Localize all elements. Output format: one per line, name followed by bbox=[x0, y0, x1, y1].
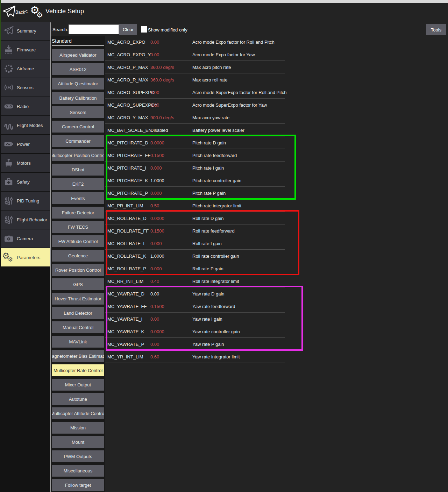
parameter-row-mc_rollrate_k[interactable]: MC_ROLLRATE_K1.0000Roll rate controller … bbox=[105, 250, 448, 262]
parameter-row-mc_acro_supexpo[interactable]: MC_ACRO_SUPEXPO0.00Acro mode SuperExpo f… bbox=[105, 86, 448, 99]
parameter-description: Yaw rate I gain bbox=[192, 316, 222, 322]
sidebar-item-camera[interactable]: Camera bbox=[1, 229, 50, 248]
parameter-value: 900.0 deg/s bbox=[150, 115, 192, 120]
sidebar-item-summary[interactable]: Summary bbox=[1, 22, 50, 40]
sidebar-item-flight-behavior[interactable]: Flight Behavior bbox=[1, 211, 50, 229]
tools-button[interactable]: Tools bbox=[426, 24, 446, 35]
parameter-row-mc_pitchrate_p[interactable]: MC_PITCHRATE_P0.000Pitch rate P gain bbox=[105, 187, 448, 199]
sidebar-item-safety[interactable]: Safety bbox=[1, 173, 50, 191]
sidebar-item-motors[interactable]: Motors bbox=[1, 154, 50, 172]
category-follow-target[interactable]: Follow target bbox=[52, 479, 104, 491]
category-fw-attitude-control[interactable]: FW Attitude Control bbox=[52, 235, 104, 247]
parameter-row-mc_bat_scale_en[interactable]: MC_BAT_SCALE_ENDisabledBattery power lev… bbox=[105, 124, 448, 136]
sidebar-item-pid-tuning[interactable]: PID Tuning bbox=[1, 192, 50, 210]
category-sensors[interactable]: Sensors bbox=[52, 106, 104, 118]
parameter-name: MC_ROLLRATE_D bbox=[105, 216, 150, 221]
sidebar-item-label: Flight Modes bbox=[17, 123, 43, 128]
parameter-row-mc_yawrate_d[interactable]: MC_YAWRATE_D0.00Yaw rate D gain bbox=[105, 287, 448, 300]
parameter-row-mc_acro_expo_y[interactable]: MC_ACRO_EXPO_Y0.00Acro mode Expo factor … bbox=[105, 48, 448, 61]
parameter-row-mc_rollrate_d[interactable]: MC_ROLLRATE_D0.0000Roll rate D gain bbox=[105, 212, 448, 224]
parameter-description: Roll rate integrator limit bbox=[192, 279, 239, 284]
category-manual-control[interactable]: Manual Control bbox=[52, 321, 104, 333]
category-mavlink[interactable]: MAVLink bbox=[52, 336, 104, 348]
parameter-row-mc_pitchrate_d[interactable]: MC_PITCHRATE_D0.0000Pitch rate D gain bbox=[105, 136, 448, 149]
parameter-row-mc_pitchrate_k[interactable]: MC_PITCHRATE_K1.0000Pitch rate controlle… bbox=[105, 174, 448, 187]
category-hover-thrust-estimator[interactable]: Hover Thrust Estimator bbox=[52, 293, 104, 305]
sensors-signal-icon bbox=[1, 80, 17, 95]
parameter-row-mc_acro_supexpoy[interactable]: MC_ACRO_SUPEXPOY0.00Acro mode SuperExpo … bbox=[105, 99, 448, 111]
back-button[interactable]: Back bbox=[15, 10, 25, 15]
category-land-detector[interactable]: Land Detector bbox=[52, 307, 104, 319]
parameter-value: 0.0000 bbox=[150, 140, 192, 145]
parameter-row-mc_yawrate_i[interactable]: MC_YAWRATE_I0.00Yaw rate I gain bbox=[105, 313, 448, 325]
row-divider bbox=[105, 363, 285, 363]
sidebar-item-label: Radio bbox=[17, 104, 29, 109]
category-fw-tecs[interactable]: FW TECS bbox=[52, 221, 104, 233]
parameter-value: 0.1500 bbox=[150, 153, 192, 158]
category-commander[interactable]: Commander bbox=[52, 135, 104, 147]
sidebar-item-firmware[interactable]: Firmware bbox=[1, 41, 50, 59]
sliders-icon bbox=[1, 193, 17, 208]
sidebar-item-parameters[interactable]: ⚙⚙Parameters bbox=[1, 248, 50, 266]
header-bar: Back < ⚙⚙ Vehicle Setup bbox=[0, 3, 448, 22]
category-magnetometer-bias-estimator[interactable]: Magnetometer Bias Estimator bbox=[52, 350, 104, 362]
category-geofence[interactable]: Geofence bbox=[52, 250, 104, 262]
parameter-value: 360.0 deg/s bbox=[150, 77, 192, 83]
category-battery-calibration[interactable]: Battery Calibration bbox=[52, 92, 104, 104]
category-gps[interactable]: GPS bbox=[52, 278, 104, 290]
clear-button[interactable]: Clear bbox=[119, 24, 137, 35]
parameter-row-mc_yawrate_k[interactable]: MC_YAWRATE_K0.0000Yaw rate controller ga… bbox=[105, 325, 448, 338]
parameter-row-mc_rr_int_lim[interactable]: MC_RR_INT_LIM0.40Roll rate integrator li… bbox=[105, 275, 448, 287]
category-asr012[interactable]: ASR012 bbox=[52, 63, 104, 75]
parameter-row-mc_rollrate_p[interactable]: MC_ROLLRATE_P0.000Roll rate P gain bbox=[105, 262, 448, 275]
category-pwm-outputs[interactable]: PWM Outputs bbox=[52, 450, 104, 462]
parameter-name: MC_ACRO_EXPO bbox=[105, 40, 150, 45]
search-input[interactable] bbox=[69, 24, 119, 34]
parameter-name: MC_PR_INT_LIM bbox=[105, 203, 150, 208]
parameter-row-mc_pitchrate_ff[interactable]: MC_PITCHRATE_FF0.1500Pitch rate feedforw… bbox=[105, 149, 448, 162]
parameter-row-mc_yawrate_p[interactable]: MC_YAWRATE_P0.00Yaw rate P gain bbox=[105, 338, 448, 350]
parameter-name: MC_ROLLRATE_P bbox=[105, 266, 150, 271]
category-dshot[interactable]: DShot bbox=[52, 164, 104, 176]
category-multicopter-attitude-control[interactable]: Multicopter Attitude Control bbox=[52, 407, 104, 419]
parameter-row-mc_yr_int_lim[interactable]: MC_YR_INT_LIM0.60Yaw rate integrator lim… bbox=[105, 350, 448, 363]
sidebar-item-radio[interactable]: Radio bbox=[1, 97, 50, 115]
sidebar-item-power[interactable]: Power bbox=[1, 135, 50, 153]
parameter-description: Yaw rate integrator limit bbox=[192, 354, 240, 359]
category-multicopter-position-control[interactable]: Multicopter Position Control bbox=[52, 149, 104, 161]
parameter-row-mc_rollrate_i[interactable]: MC_ROLLRATE_I0.000Roll rate I gain bbox=[105, 237, 448, 250]
category-mixer-output[interactable]: Mixer Output bbox=[52, 379, 104, 391]
category-camera-control[interactable]: Camera Control bbox=[52, 121, 104, 133]
parameter-row-mc_rollrate_ff[interactable]: MC_ROLLRATE_FF0.1500Roll rate feedforwar… bbox=[105, 224, 448, 237]
category-ekf2[interactable]: EKF2 bbox=[52, 178, 104, 190]
category-multicopter-rate-control[interactable]: Multicopter Rate Control bbox=[52, 364, 104, 376]
category-failure-detector[interactable]: Failure Detector bbox=[52, 207, 104, 219]
parameter-row-mc_acro_p_max[interactable]: MC_ACRO_P_MAX360.0 deg/sMax acro pitch r… bbox=[105, 61, 448, 73]
parameter-value: 1.0000 bbox=[150, 178, 192, 183]
show-modified-checkbox[interactable] bbox=[141, 26, 147, 33]
parameter-row-mc_pitchrate_i[interactable]: MC_PITCHRATE_I0.000Pitch rate I gain bbox=[105, 162, 448, 174]
category-autotune[interactable]: Autotune bbox=[52, 393, 104, 405]
parameter-row-mc_acro_r_max[interactable]: MC_ACRO_R_MAX360.0 deg/sMax acro roll ra… bbox=[105, 73, 448, 86]
radio-icon bbox=[1, 99, 17, 114]
parameter-row-mc_pr_int_lim[interactable]: MC_PR_INT_LIM0.50Pitch rate integrator l… bbox=[105, 199, 448, 212]
sidebar-item-airframe[interactable]: Airframe bbox=[1, 59, 50, 78]
category-miscellaneous[interactable]: Miscellaneous bbox=[52, 465, 104, 477]
category-rover-position-control[interactable]: Rover Position Control bbox=[52, 264, 104, 276]
category-mission[interactable]: Mission bbox=[52, 422, 104, 434]
sliders-icon bbox=[1, 212, 17, 227]
parameter-row-mc_acro_y_max[interactable]: MC_ACRO_Y_MAX900.0 deg/sMax acro yaw rat… bbox=[105, 111, 448, 124]
parameter-row-mc_yawrate_ff[interactable]: MC_YAWRATE_FF0.1500Yaw rate feedforward bbox=[105, 300, 448, 313]
sidebar-item-flight-modes[interactable]: Flight Modes bbox=[1, 116, 50, 134]
sidebar-item-label: PID Tuning bbox=[17, 198, 39, 204]
parameter-description: Acro mode Expo factor for Roll and Pitch bbox=[192, 40, 275, 45]
category-mount[interactable]: Mount bbox=[52, 436, 104, 448]
sidebar-item-sensors[interactable]: Sensors bbox=[1, 78, 50, 97]
category-events[interactable]: Events bbox=[52, 192, 104, 204]
parameter-row-mc_acro_expo[interactable]: MC_ACRO_EXPO0.00Acro mode Expo factor fo… bbox=[105, 36, 448, 48]
parameter-value: 0.60 bbox=[150, 354, 192, 359]
category-airspeed-validator[interactable]: Airspeed Validator bbox=[52, 49, 104, 61]
parameter-description: Max acro yaw rate bbox=[192, 115, 229, 120]
category-scrollbar[interactable] bbox=[50, 22, 51, 492]
category-attitude-q-estimator[interactable]: Attitude Q estimator bbox=[52, 78, 104, 90]
